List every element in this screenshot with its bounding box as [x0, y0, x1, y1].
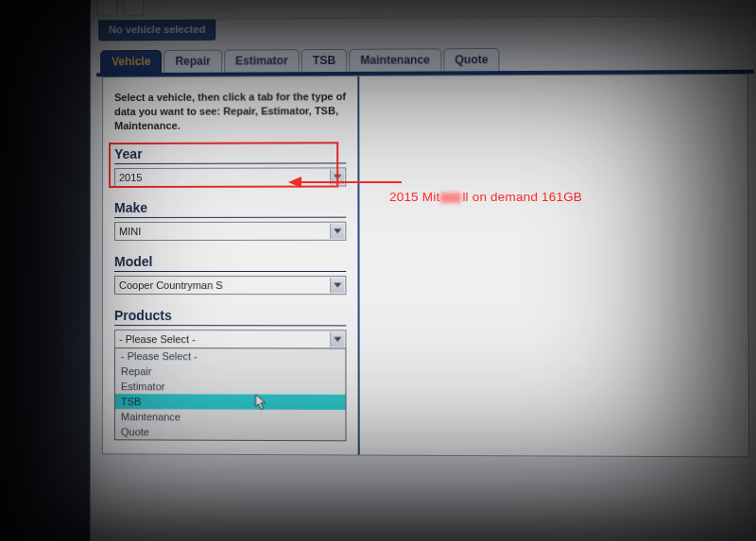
field-model: Model Cooper Countryman S [114, 253, 346, 294]
year-select[interactable]: 2015 [114, 167, 346, 187]
content-area: Select a vehicle, then click a tab for t… [102, 74, 749, 457]
products-label: Products [114, 308, 346, 323]
field-make: Make MINI [114, 199, 346, 240]
divider [114, 162, 346, 164]
annotation-text: 2015 Mitll on demand 161GB [389, 190, 582, 204]
right-pane [359, 75, 748, 456]
status-text: No vehicle selected [98, 20, 215, 42]
tabbar: Vehicle Repair Estimator TSB Maintenance… [96, 46, 754, 76]
products-select[interactable]: - Please Select - [114, 330, 347, 349]
left-pane: Select a vehicle, then click a tab for t… [103, 76, 360, 454]
products-option-tsb[interactable]: TSB [115, 394, 346, 410]
make-label: Make [114, 199, 346, 214]
products-option-repair[interactable]: Repair [115, 363, 346, 380]
tabbar-wrap: Vehicle Repair Estimator TSB Maintenance… [91, 46, 756, 457]
divider [114, 271, 346, 272]
model-select[interactable]: Cooper Countryman S [114, 276, 346, 295]
toolbar-button-1[interactable] [96, 0, 117, 16]
chevron-down-icon [330, 169, 344, 184]
tab-repair[interactable]: Repair [163, 50, 222, 73]
make-select[interactable]: MINI [114, 221, 346, 240]
app-window: No vehicle selected Vehicle Repair Estim… [90, 0, 756, 541]
divider [114, 216, 346, 217]
tab-tsb[interactable]: TSB [301, 49, 347, 72]
year-value: 2015 [119, 171, 142, 182]
tab-quote[interactable]: Quote [443, 48, 500, 71]
toolbar-button-2[interactable] [123, 0, 144, 16]
products-option-maintenance[interactable]: Maintenance [115, 409, 346, 425]
tab-maintenance[interactable]: Maintenance [349, 48, 441, 72]
products-option-estimator[interactable]: Estimator [115, 379, 346, 395]
divider [114, 325, 346, 326]
status-bar: No vehicle selected [91, 16, 756, 41]
intro-text: Select a vehicle, then click a tab for t… [114, 90, 346, 133]
products-value: - Please Select - [119, 333, 196, 345]
annotation-prefix: 2015 Mit [389, 190, 439, 204]
model-value: Cooper Countryman S [119, 279, 223, 291]
tab-estimator[interactable]: Estimator [224, 49, 300, 72]
chevron-down-icon [330, 278, 344, 293]
annotation-suffix: ll on demand 161GB [462, 190, 582, 204]
field-products: Products - Please Select - - Please Sele… [114, 308, 347, 441]
year-label: Year [114, 145, 346, 161]
annotation-blur [440, 193, 461, 203]
products-option-quote[interactable]: Quote [115, 424, 346, 440]
field-year: Year 2015 [114, 145, 346, 187]
products-option-please-select[interactable]: - Please Select - [115, 348, 346, 364]
chevron-down-icon [330, 223, 344, 238]
make-value: MINI [119, 225, 141, 236]
products-dropdown[interactable]: - Please Select - Repair Estimator TSB M… [114, 347, 347, 441]
model-label: Model [114, 253, 346, 268]
chevron-down-icon [330, 331, 344, 347]
tab-vehicle[interactable]: Vehicle [100, 50, 162, 73]
